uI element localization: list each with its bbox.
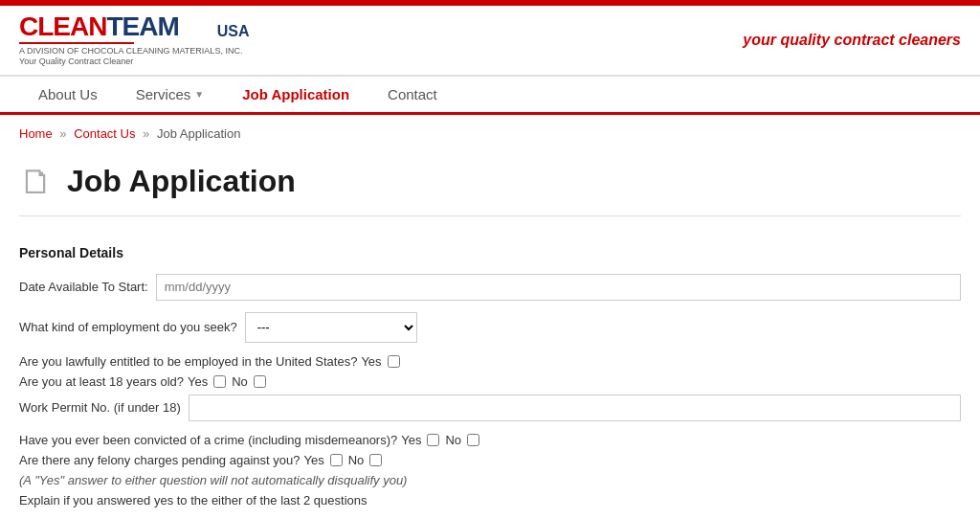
disclaimer-note: (A "Yes" answer to either question will …: [19, 473, 961, 487]
breadcrumb-sep1: »: [59, 126, 66, 141]
work-permit-label: Work Permit No. (if under 18): [19, 400, 181, 415]
section-title: Personal Details: [19, 245, 961, 260]
convicted-no-checkbox[interactable]: [467, 434, 479, 446]
age-no-label: No: [232, 374, 248, 389]
employment-type-row: What kind of employment do you seek? ---…: [19, 312, 961, 343]
logo-divider: [19, 42, 134, 44]
felony-no-label: No: [348, 453, 365, 467]
logo-sub: A DIVISION OF CHOCOLA CLEANING MATERIALS…: [19, 46, 242, 67]
date-available-label: Date Available To Start:: [19, 280, 148, 294]
convicted-yes-checkbox[interactable]: [427, 434, 439, 446]
page-title-area: 🗋 Job Application: [19, 162, 961, 216]
page-content: 🗋 Job Application Personal Details Date …: [0, 152, 980, 519]
tagline: your quality contract cleaners: [743, 32, 961, 49]
us-employment-yes-checkbox[interactable]: [388, 355, 400, 368]
nav-item-job-application[interactable]: Job Application: [223, 77, 368, 112]
us-employment-yes-label: Yes: [361, 354, 381, 369]
page-title: Job Application: [67, 164, 296, 199]
convicted-label: Have you ever been convicted of a crime …: [19, 433, 397, 447]
nav-item-about-us[interactable]: About Us: [19, 77, 117, 112]
age-label: Are you at least 18 years old?: [19, 374, 184, 389]
form-section-personal-details: Personal Details Date Available To Start…: [19, 226, 961, 519]
felony-row: Are there any felony charges pending aga…: [19, 453, 961, 467]
age-no-checkbox[interactable]: [254, 375, 266, 388]
felony-yes-label: Yes: [303, 453, 323, 467]
logo-area: CLEANTEAM USA A DIVISION OF CHOCOLA CLEA…: [19, 13, 250, 67]
nav-bar: About Us Services ▼ Job Application Cont…: [0, 76, 980, 115]
breadcrumb-contact-us[interactable]: Contact Us: [74, 126, 135, 141]
age-row: Are you at least 18 years old? Yes No: [19, 374, 961, 389]
date-available-input[interactable]: [156, 274, 961, 301]
employment-type-label: What kind of employment do you seek?: [19, 320, 237, 334]
convicted-yes-label: Yes: [401, 433, 421, 447]
convicted-row: Have you ever been convicted of a crime …: [19, 433, 961, 447]
logo-text: CLEANTEAM: [19, 13, 179, 40]
breadcrumb-current: Job Application: [157, 126, 240, 141]
employment-type-select[interactable]: --- Full Time Part Time Temporary: [245, 312, 417, 343]
age-yes-checkbox[interactable]: [213, 375, 226, 388]
work-permit-input[interactable]: [189, 395, 961, 421]
date-available-row: Date Available To Start:: [19, 274, 961, 301]
age-yes-label: Yes: [188, 374, 208, 389]
us-employment-label: Are you lawfully entitled to be employed…: [19, 354, 357, 369]
breadcrumb-home[interactable]: Home: [19, 126, 53, 141]
logo-usa: USA: [217, 23, 250, 40]
logo-team: TEAM: [106, 11, 178, 41]
services-dropdown-arrow: ▼: [194, 89, 204, 100]
nav-item-contact[interactable]: Contact: [368, 77, 457, 112]
header: CLEANTEAM USA A DIVISION OF CHOCOLA CLEA…: [0, 6, 980, 76]
breadcrumb: Home » Contact Us » Job Application: [0, 115, 980, 152]
breadcrumb-sep2: »: [143, 126, 149, 141]
us-employment-row: Are you lawfully entitled to be employed…: [19, 354, 961, 369]
felony-yes-checkbox[interactable]: [330, 454, 343, 466]
document-icon: 🗋: [19, 162, 54, 202]
logo-row: CLEANTEAM USA: [19, 13, 250, 40]
felony-label: Are there any felony charges pending aga…: [19, 453, 300, 467]
felony-no-checkbox[interactable]: [369, 454, 382, 466]
main-nav: About Us Services ▼ Job Application Cont…: [19, 77, 961, 112]
explain-label: Explain if you answered yes to the eithe…: [19, 493, 961, 508]
work-permit-row: Work Permit No. (if under 18): [19, 395, 961, 421]
logo-clean: CLEAN: [19, 11, 106, 41]
convicted-no-label: No: [445, 433, 461, 447]
nav-item-services[interactable]: Services ▼: [117, 77, 223, 112]
